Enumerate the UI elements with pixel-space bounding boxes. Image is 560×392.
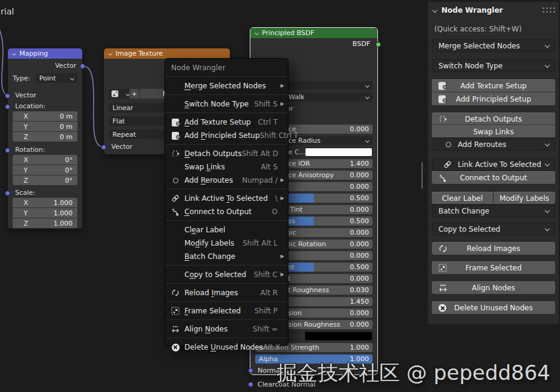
location-z-field[interactable]: Z0 m [13,132,77,142]
link-icon [443,160,452,169]
image-texture-node-header[interactable]: Image Texture [104,48,230,59]
swap-links-button[interactable]: Swap Links [432,125,555,137]
submenu-arrow-icon: ▶ [278,97,284,111]
bsdf-output-socket[interactable] [376,42,381,47]
frame-selected-button[interactable]: Frame Selected [432,261,555,274]
frame-icon [169,307,182,315]
menu-item-batch-change[interactable]: Batch Change ▶ [165,250,288,263]
submenu-arrow-icon: ▶ [278,268,284,281]
mapping-input-rotation-socket[interactable] [5,148,10,153]
clearcoat-normal-socket[interactable] [248,382,253,387]
chevron-down-icon [365,95,370,99]
delete-x-icon [438,304,446,312]
texture-node-icon [438,96,446,103]
scale-z-field[interactable]: Z1.000 [13,218,77,228]
menu-item-copy-to-selected[interactable]: Copy to Selected Shift C ▶ [165,268,288,281]
menu-item-merge-selected-nodes[interactable]: Merge Selected Nodes ▶ [165,79,288,93]
subsurface-color-swatch[interactable] [305,148,373,157]
menu-item-add-texture-setup[interactable]: Add Texture Setup Ctrl T [165,116,288,129]
detach-icon [169,149,182,158]
emission-color-swatch[interactable] [305,332,373,341]
panel-grip-icon[interactable] [542,7,544,9]
bsdf-output-label: BSDF [353,40,370,48]
mapping-output-vector-socket[interactable] [80,64,85,69]
normal-socket[interactable] [248,368,253,373]
rotation-x-field[interactable]: X0° [13,155,77,165]
collapse-chevron-icon[interactable] [108,51,112,56]
menu-item-frame-selected[interactable]: Frame Selected Shift P [165,304,288,318]
mapping-input-scale-socket[interactable] [5,191,10,196]
watermark: 掘金技术社区 @ pepedd864 [276,359,550,387]
connect-to-output-icon [438,174,447,182]
menu-item-reload-images[interactable]: Reload Images Alt R [165,286,288,299]
location-label: Location: [15,102,45,110]
menu-item-detach-outputs[interactable]: Detach Outputs Shift Alt D [165,147,288,160]
panel-title: Node Wrangler [441,6,503,15]
delete-unused-nodes-button[interactable]: Delete Unused Nodes [432,301,555,314]
add-reroutes-dropdown[interactable]: Add Reroutes [432,138,555,151]
panel-collapse-chevron-icon[interactable] [432,8,437,13]
switch-node-type-dropdown[interactable]: Switch Node Type [432,59,555,72]
menu-item-delete-unused-nodes[interactable]: Delete Unused Nodes Alt X [165,341,288,354]
submenu-arrow-icon: ▶ [278,174,284,187]
chevron-down-icon [545,62,550,67]
collapse-chevron-icon[interactable] [12,51,16,56]
interpolation-value: Linear [112,104,133,112]
align-icon [438,284,448,293]
align-nodes-button[interactable]: Align Nodes [432,281,555,294]
menu-item-modify-labels[interactable]: Modify Labels Shift Alt L [165,237,288,250]
copy-to-selected-dropdown[interactable]: Copy to Selected [432,223,555,235]
reload-images-button[interactable]: Reload Images [432,242,555,255]
image-browse-button[interactable] [109,89,132,99]
location-x-field[interactable]: X0 m [13,111,77,121]
detach-outputs-button[interactable]: Detach Outputs [432,113,555,125]
menu-item-clear-label[interactable]: Clear Label [165,223,288,237]
clear-label-button[interactable]: Clear Label [432,192,493,204]
add-principled-setup-button[interactable]: Add Principled Setup [432,93,555,105]
menu-item-add-principled-setup[interactable]: Add Principled Setup Shift Ctrl T [165,129,288,142]
connect-to-output-button[interactable]: Connect to Output [432,171,555,184]
reload-icon [169,289,182,297]
mapping-input-location-socket[interactable] [5,104,10,109]
merge-selected-nodes-dropdown[interactable]: Merge Selected Nodes [432,39,555,52]
quick-access-hint: (Quick access: Shift+W) [434,25,522,33]
mapping-input-vector-label: Vector [15,91,36,99]
new-image-plus-button[interactable]: + [129,89,139,99]
rotation-z-field[interactable]: Z0° [13,175,77,185]
type-label: Type: [13,74,30,82]
link-icon [169,194,182,203]
submenu-arrow-icon: ▶ [278,79,284,93]
delete-x-icon [169,344,182,351]
editor-scrollbar[interactable] [422,162,423,189]
chevron-down-icon [545,42,550,47]
chevron-down-icon [365,83,370,88]
menu-item-connect-to-output[interactable]: Connect to Output O [165,205,288,218]
principled-node-title: Principled BSDF [262,29,314,37]
menu-item-link-active-to-selected[interactable]: Link Active To Selected \ ▶ [165,192,288,205]
menu-item-add-reroutes[interactable]: Add Reroutes Numpad / ▶ [165,174,288,187]
mapping-type-dropdown[interactable]: Point [36,73,77,83]
menu-item-swap-links[interactable]: Swap Links Alt S [165,160,288,174]
chevron-down-icon [365,139,370,143]
link-active-to-selected-dropdown[interactable]: Link Active To Selected [432,158,555,171]
mapping-input-vector-socket[interactable] [5,93,10,99]
image-texture-input-vector-socket[interactable] [101,145,106,150]
principled-node-header[interactable]: Principled BSDF [250,28,377,38]
add-texture-setup-button[interactable]: Add Texture Setup [432,79,555,92]
submenu-arrow-icon: ▶ [278,192,284,205]
panel-header[interactable]: Node Wrangler [433,6,503,15]
location-y-field[interactable]: Y0 m [13,122,77,131]
menu-item-switch-node-type[interactable]: Switch Node Type Shift S ▶ [165,97,288,111]
scale-x-field[interactable]: X1.000 [13,198,77,207]
texture-node-icon [169,132,182,140]
mapping-node-header[interactable]: Mapping [8,48,82,59]
batch-change-dropdown[interactable]: Batch Change [432,204,555,217]
modify-labels-button[interactable]: Modify Labels [493,192,555,204]
rotation-y-field[interactable]: Y0° [13,165,77,175]
collapse-chevron-icon[interactable] [255,31,259,35]
menu-item-align-nodes[interactable]: Align Nodes Shift = [165,322,288,336]
scale-y-field[interactable]: Y1.000 [13,208,77,218]
image-texture-input-vector-label: Vector [111,143,132,151]
mapping-node[interactable]: Mapping Vector Type: Point Vector Locati… [8,48,82,229]
mapping-output-vector-label: Vector [55,62,76,70]
